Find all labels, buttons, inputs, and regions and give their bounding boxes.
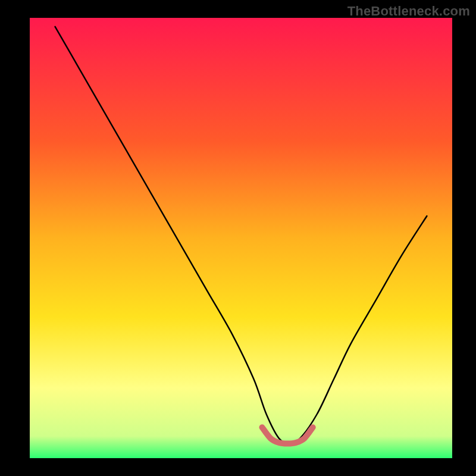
plot-background xyxy=(30,18,452,458)
chart-svg xyxy=(0,0,476,476)
chart-frame: TheBottleneck.com xyxy=(0,0,476,476)
